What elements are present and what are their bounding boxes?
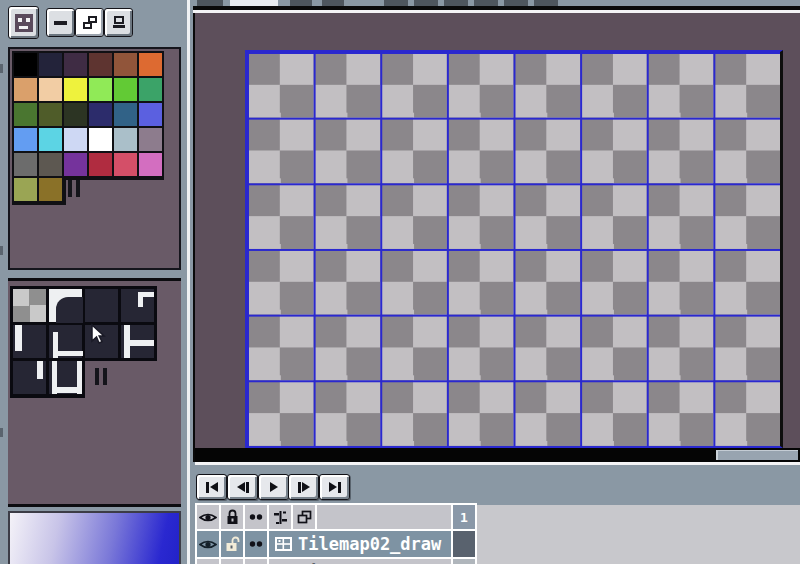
- palette-swatch[interactable]: [39, 128, 62, 151]
- layer-frame-cell[interactable]: [453, 559, 475, 564]
- palette-swatch[interactable]: [64, 103, 87, 126]
- frame-number: 1: [460, 510, 468, 525]
- layers-header-spacer: [317, 505, 451, 529]
- bar-glyph: [338, 482, 341, 493]
- tileset-tile-slit-right[interactable]: [13, 361, 46, 394]
- tileset-tile-diag-tl[interactable]: [49, 289, 82, 322]
- h-scrollbar-track[interactable]: [195, 448, 800, 462]
- frame-settings-header: [269, 505, 291, 529]
- duplicate-icon: [297, 510, 312, 524]
- palette-swatch[interactable]: [139, 103, 162, 126]
- palette-swatch[interactable]: [64, 78, 87, 101]
- tileset-tile-plain[interactable]: [85, 289, 118, 322]
- onion-dots-icon: [249, 540, 263, 548]
- open-lock-icon: [225, 536, 240, 552]
- palette-swatch[interactable]: [89, 78, 112, 101]
- stamp-face-icon: [15, 14, 33, 32]
- tileset-tile-u-shape[interactable]: [49, 361, 82, 394]
- palette-panel: [8, 47, 181, 270]
- palette-swatch[interactable]: [14, 153, 37, 176]
- palette-swatch[interactable]: [89, 103, 112, 126]
- palette-swatch[interactable]: [114, 103, 137, 126]
- tileset-tile-corner-tr[interactable]: [121, 289, 154, 322]
- palette-swatch[interactable]: [14, 103, 37, 126]
- tile-picker-grid: [10, 286, 157, 398]
- stamp-button[interactable]: [8, 6, 39, 39]
- right-triangle-glyph: [270, 482, 278, 492]
- left-edge-tick: [0, 246, 3, 255]
- lock-column-header: [221, 505, 243, 529]
- palette-swatch[interactable]: [39, 78, 62, 101]
- right-triangle-glyph: [329, 482, 337, 492]
- layer-row-tilemap02-draw[interactable]: Tilemap02_draw: [197, 531, 475, 557]
- eye-icon: [199, 511, 217, 524]
- layer-lock-toggle[interactable]: [221, 531, 243, 557]
- palette-swatch[interactable]: [89, 128, 112, 151]
- stacked-frames-view-button[interactable]: [104, 8, 133, 37]
- layer-lock-toggle[interactable]: [221, 559, 243, 564]
- palette-swatch[interactable]: [14, 78, 37, 101]
- gradient-preview[interactable]: [8, 511, 181, 564]
- layer-visibility-toggle[interactable]: [197, 559, 219, 564]
- play-button[interactable]: [258, 474, 289, 500]
- panel-divider: [187, 0, 190, 564]
- tileset-tile-plain[interactable]: [85, 325, 118, 358]
- tilemap-layer-icon: [275, 537, 292, 551]
- bar-glyph: [246, 482, 249, 493]
- palette-swatch[interactable]: [39, 53, 62, 76]
- canvas-highlight-bottom: [195, 462, 800, 465]
- single-frame-view-button[interactable]: [46, 8, 75, 37]
- layer-row-tilemap0[interactable]: Tilemap0: [197, 559, 475, 564]
- palette-swatch[interactable]: [14, 178, 37, 201]
- frame-column-header[interactable]: 1: [453, 505, 475, 529]
- first-frame-button[interactable]: [196, 474, 227, 500]
- tileset-tile-tee-left[interactable]: [121, 325, 154, 358]
- palette-swatch[interactable]: [39, 178, 62, 201]
- palette-swatch[interactable]: [139, 53, 162, 76]
- layer-onion-toggle[interactable]: [245, 531, 267, 557]
- palette-swatch[interactable]: [114, 153, 137, 176]
- right-triangle-glyph: [302, 482, 310, 492]
- layer-onion-toggle[interactable]: [245, 559, 267, 564]
- palette-swatch[interactable]: [14, 128, 37, 151]
- tileset-tile-checker[interactable]: [13, 289, 46, 322]
- tile-pause-marker: [95, 368, 107, 385]
- palette-swatch[interactable]: [64, 153, 87, 176]
- tileset-tile-corner-bl[interactable]: [49, 325, 82, 358]
- palette-swatch[interactable]: [139, 128, 162, 151]
- palette-swatch[interactable]: [139, 78, 162, 101]
- layer-name-cell[interactable]: Tilemap02_draw: [269, 531, 451, 557]
- palette-swatch[interactable]: [39, 153, 62, 176]
- palette-swatch[interactable]: [139, 153, 162, 176]
- left-edge-tick: [0, 64, 3, 73]
- tiled-frames-icon: [82, 16, 98, 30]
- timeline-empty-area: [477, 505, 800, 564]
- palette-swatch[interactable]: [89, 153, 112, 176]
- palette-swatch[interactable]: [64, 128, 87, 151]
- tilemap-canvas[interactable]: [245, 50, 783, 448]
- h-scrollbar-thumb[interactable]: [716, 450, 798, 460]
- bar-glyph: [206, 482, 209, 493]
- palette-swatch[interactable]: [114, 128, 137, 151]
- palette-swatch[interactable]: [89, 53, 112, 76]
- single-frame-icon: [54, 21, 67, 25]
- onion-dots-icon: [249, 513, 263, 521]
- palette-swatch[interactable]: [14, 53, 37, 76]
- palette-grid: [12, 51, 164, 207]
- palette-swatch[interactable]: [64, 53, 87, 76]
- tiled-frames-view-button[interactable]: [75, 8, 104, 37]
- layer-visibility-toggle[interactable]: [197, 531, 219, 557]
- next-frame-button[interactable]: [288, 474, 319, 500]
- mouse-cursor-icon: [87, 323, 109, 347]
- prev-frame-button[interactable]: [227, 474, 258, 500]
- layers-header-row: 1: [197, 505, 475, 529]
- layer-name-cell[interactable]: Tilemap0: [269, 559, 451, 564]
- palette-swatch[interactable]: [39, 103, 62, 126]
- stacked-frames-icon: [111, 16, 127, 30]
- tileset-tile-bar-left[interactable]: [13, 325, 46, 358]
- last-frame-button[interactable]: [319, 474, 350, 500]
- layer-frame-cell[interactable]: [453, 531, 475, 557]
- eye-icon: [199, 538, 217, 551]
- palette-swatch[interactable]: [114, 78, 137, 101]
- palette-swatch[interactable]: [114, 53, 137, 76]
